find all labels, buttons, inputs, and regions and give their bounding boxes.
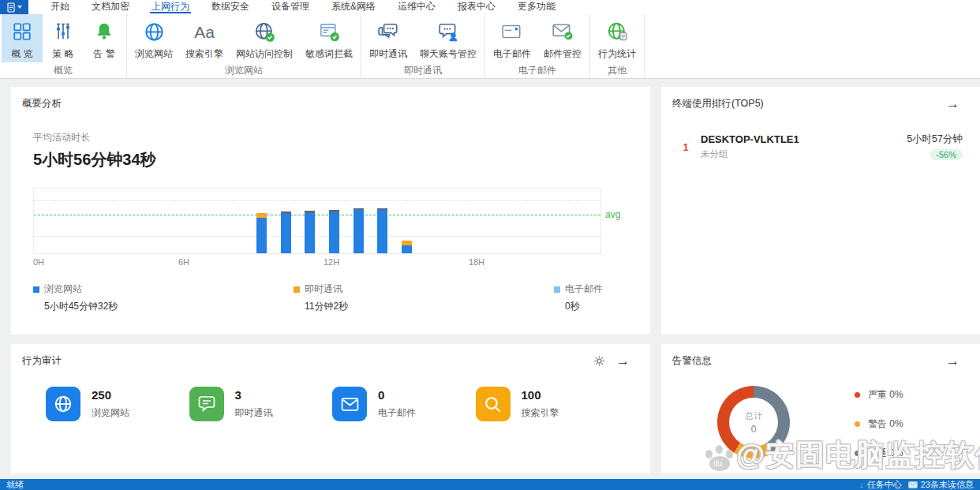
alerts-panel: 告警信息 → 总计 0 严重 0% 警告 0% 普通 0%: [661, 344, 980, 473]
page-shield-icon: [319, 19, 340, 44]
menu-items: 开始 文档加密 上网行为 数据安全 设备管理 系统&网络 运维中心 报表中心 更…: [39, 0, 567, 14]
chart-bar: [402, 241, 412, 253]
ribbon-item-sensitive-word-block[interactable]: 敏感词拦截: [299, 14, 359, 62]
menu-item-doc-encrypt[interactable]: 文档加密: [80, 0, 140, 14]
app-window: 开始 文档加密 上网行为 数据安全 设备管理 系统&网络 运维中心 报表中心 更…: [0, 0, 980, 490]
menu-item-more-features[interactable]: 更多功能: [507, 0, 567, 14]
stat-label: 电子邮件: [378, 406, 416, 420]
bar-segment-browse: [353, 210, 364, 253]
ribbon-group-im: 即时通讯 聊天账号管控 即时通讯: [361, 14, 485, 78]
ribbon-item-overview[interactable]: 概 览: [2, 14, 43, 62]
chart-bar: [305, 211, 315, 253]
arrow-right-icon[interactable]: →: [616, 354, 630, 368]
ribbon-item-label: 告 警: [93, 47, 114, 61]
arrow-right-icon[interactable]: →: [946, 354, 959, 368]
chart-gridline: [34, 236, 600, 237]
legend-name: 即时通讯: [305, 282, 342, 296]
task-center-button[interactable]: ↓ 任务中心: [859, 479, 902, 490]
audit-panel-title: 行为审计: [22, 354, 62, 368]
ribbon-item-label: 搜索引擎: [185, 47, 223, 61]
ribbon-item-label: 邮件管控: [544, 47, 582, 61]
ribbon-item-chat-account-control[interactable]: 聊天账号管控: [413, 14, 483, 62]
change-badge: -56%: [930, 149, 963, 160]
menu-item-system-network[interactable]: 系统&网络: [320, 0, 387, 14]
status-bar: 就绪 ↓ 任务中心 23条未读信息: [0, 479, 980, 490]
ribbon-item-im[interactable]: 即时通讯: [363, 14, 413, 62]
donut-center: 总计 0: [729, 398, 778, 447]
legend-value: 11分钟2秒: [305, 300, 388, 313]
chat-user-icon: [437, 19, 459, 44]
menu-item-device-mgmt[interactable]: 设备管理: [260, 0, 320, 14]
stat-label: 浏览网站: [92, 406, 129, 420]
summary-panel: 概要分析 平均活动时长 5小时56分钟34秒 avg 0H6H12H18H 浏览…: [11, 87, 650, 335]
ribbon-group-label: 即时通讯: [363, 62, 483, 80]
alerts-legend: 严重 0% 警告 0% 普通 0%: [855, 388, 903, 460]
ribbon-item-mail-control[interactable]: 邮件管控: [537, 14, 588, 62]
chart-bar: [353, 208, 364, 253]
menu-item-data-security[interactable]: 数据安全: [200, 0, 260, 14]
bar-segment-browse: [305, 213, 315, 253]
menu-item-start[interactable]: 开始: [39, 0, 80, 14]
x-tick-label: 12H: [324, 257, 339, 267]
grid-icon: [12, 19, 32, 44]
top5-panel: 终端使用排行(TOP5) → 1 DESKTOP-VLKTLE1 未分组 5小时…: [661, 87, 980, 335]
ribbon-group-label: 其他: [592, 62, 642, 80]
ribbon-item-label: 策 略: [52, 47, 73, 61]
stat-card-search[interactable]: 100搜索引擎: [476, 387, 619, 421]
legend-value: 5小时45分钟32秒: [44, 300, 128, 313]
mail-icon: [908, 481, 918, 488]
terminal-duration: 5小时57分钟: [907, 133, 963, 146]
avg-line: avg: [34, 215, 600, 215]
ribbon-item-label: 即时通讯: [369, 47, 407, 61]
top5-row[interactable]: 1 DESKTOP-VLKTLE1 未分组 5小时57分钟 -56%: [675, 133, 963, 161]
chart-bar: [256, 213, 267, 253]
chart-bar: [329, 210, 339, 253]
bar-segment-browse: [329, 212, 339, 253]
legend-name: 警告: [868, 418, 887, 429]
menu-item-ops-center[interactable]: 运维中心: [387, 0, 447, 14]
ribbon-item-alert[interactable]: 告 警: [84, 14, 125, 62]
activity-chart-xaxis: 0H6H12H18H: [33, 257, 601, 268]
bar-segment-browse: [256, 218, 267, 253]
menu-item-report-center[interactable]: 报表中心: [447, 0, 507, 14]
x-tick-label: 6H: [178, 257, 189, 267]
arrow-right-icon[interactable]: →: [946, 97, 959, 110]
ribbon-item-browse-sites[interactable]: 浏览网站: [129, 14, 179, 62]
top5-panel-title: 终端使用排行(TOP5): [672, 97, 764, 110]
ribbon-item-email[interactable]: 电子邮件: [487, 14, 537, 62]
ribbon-group-label: 概览: [2, 62, 125, 80]
unread-messages-button[interactable]: 23条未读信息: [908, 479, 974, 490]
ribbon-group-browse: 浏览网站 Aa 搜索引擎 网站访问控制 敏感词拦截 浏览网站: [127, 14, 361, 78]
legend-dot: [855, 451, 860, 456]
globe-stats-icon: [607, 19, 628, 44]
alert-legend-normal: 普通 0%: [855, 447, 903, 460]
stat-card-browse[interactable]: 250浏览网站: [46, 387, 189, 421]
menu-item-web-behavior[interactable]: 上网行为: [140, 0, 200, 14]
legend-name: 浏览网站: [44, 282, 82, 296]
menu-bar: 开始 文档加密 上网行为 数据安全 设备管理 系统&网络 运维中心 报表中心 更…: [0, 0, 980, 14]
stat-card-email[interactable]: 0电子邮件: [332, 387, 476, 421]
summary-panel-title: 概要分析: [22, 97, 62, 110]
legend-name: 普通: [868, 447, 887, 458]
gear-icon[interactable]: [593, 355, 605, 367]
terminal-group: 未分组: [701, 148, 907, 160]
bar-segment-browse: [402, 245, 412, 253]
ribbon-item-policy[interactable]: 策 略: [43, 14, 84, 62]
mail-icon: [501, 19, 523, 44]
chart-bar: [377, 208, 387, 253]
legend-name: 电子邮件: [565, 282, 603, 296]
activity-chart-plot: avg: [33, 188, 601, 254]
ribbon-item-search-engine[interactable]: Aa 搜索引擎: [179, 14, 230, 62]
legend-swatch: [294, 286, 300, 293]
app-menu-button[interactable]: [0, 0, 28, 14]
alerts-donut-chart: 总计 0: [717, 386, 790, 458]
ribbon-item-behavior-stats[interactable]: 行为统计: [592, 14, 642, 62]
stat-value: 0: [378, 388, 416, 402]
bar-segment-browse: [281, 214, 291, 253]
x-tick-label: 18H: [469, 257, 484, 267]
ribbon-group-overview: 概 览 策 略 告 警 概览: [0, 14, 127, 78]
legend-dot: [855, 392, 860, 398]
stat-card-im[interactable]: 3即时通讯: [189, 387, 333, 421]
ribbon-item-site-access-control[interactable]: 网站访问控制: [230, 14, 299, 62]
stat-label: 即时通讯: [235, 406, 273, 420]
